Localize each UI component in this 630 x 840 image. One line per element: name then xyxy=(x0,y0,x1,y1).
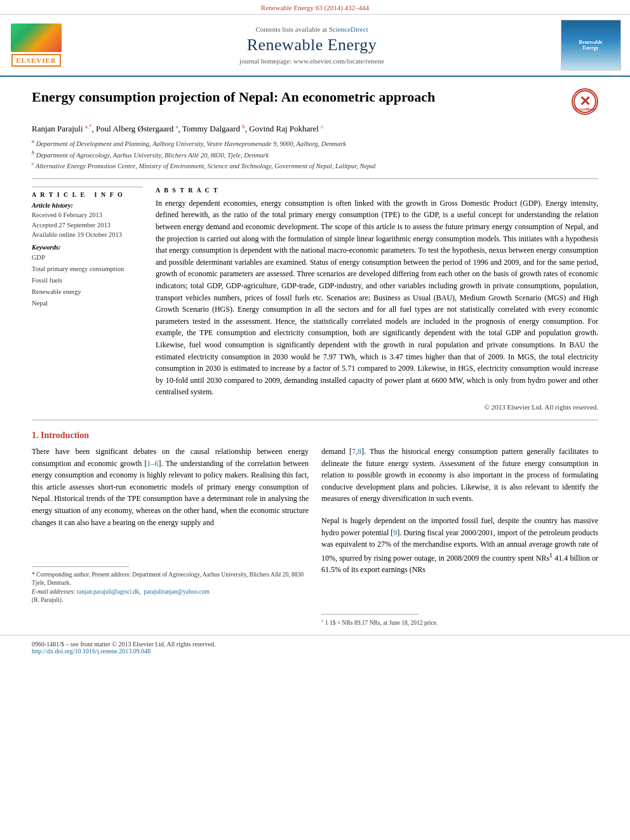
crossmark-badge[interactable]: ✕ CrossMark xyxy=(572,88,598,115)
bottom-bar: 0960-1481/$ – see front matter © 2013 El… xyxy=(0,635,630,660)
info-abstract-section: A R T I C L E I N F O Article history: R… xyxy=(32,187,598,411)
ref1-6-link[interactable]: 1–6 xyxy=(147,459,159,468)
footnote1-text: 1 1 1$ = NRs 89.17 NRs, at June 18, 2012… xyxy=(321,618,598,627)
crossmark-icon: ✕ CrossMark xyxy=(572,88,598,115)
body-text-right-2: Nepal is hugely dependent on the importe… xyxy=(321,515,598,576)
accepted-date: Accepted 27 September 2013 xyxy=(32,220,143,230)
section-divider xyxy=(32,178,598,179)
issn-line: 0960-1481/$ – see front matter © 2013 El… xyxy=(32,641,598,648)
footnote-divider-right xyxy=(321,614,419,615)
re-logo-text: RenewableEnergy xyxy=(579,39,602,51)
body-text-right: demand [7,8]. Thus the historical energy… xyxy=(321,446,598,505)
renewable-energy-logo: RenewableEnergy xyxy=(561,20,621,70)
abstract-section: A B S T R A C T In energy dependent econ… xyxy=(156,187,598,411)
keywords-list: GDPTotal primary energy consumptionFossi… xyxy=(32,252,143,309)
elsevier-logo-section: ELSEVIER xyxy=(8,20,65,70)
body-col-right: demand [7,8]. Thus the historical energy… xyxy=(321,446,598,627)
received-date: Received 6 February 2013 xyxy=(32,210,143,220)
abstract-label: A B S T R A C T xyxy=(156,187,598,194)
available-date: Available online 19 October 2013 xyxy=(32,230,143,240)
sciencedirect-link[interactable]: ScienceDirect xyxy=(329,25,368,33)
journal-homepage: journal homepage: www.elsevier.com/locat… xyxy=(239,57,384,65)
history-label: Article history: xyxy=(32,202,143,209)
article-info-col: A R T I C L E I N F O Article history: R… xyxy=(32,187,143,411)
main-content: Energy consumption projection of Nepal: … xyxy=(0,77,630,411)
copyright-line: © 2013 Elsevier Ltd. All rights reserved… xyxy=(156,403,598,411)
doi-line: http://dx.doi.org/10.1016/j.renene.2013.… xyxy=(32,648,598,655)
article-title: Energy consumption projection of Nepal: … xyxy=(32,88,565,107)
elsevier-image xyxy=(11,23,62,52)
keywords-label: Keywords: xyxy=(32,244,143,251)
footnote-name: (R. Parajuli). xyxy=(32,596,309,604)
email2-link[interactable]: parajuliranjan@yahoo.com xyxy=(144,589,209,595)
footnote-email: E-mail addresses: ranjan.parajuli@agrsci… xyxy=(32,588,309,596)
abstract-text: In energy dependent economies, energy co… xyxy=(156,197,598,398)
affiliations: a Department of Development and Planning… xyxy=(32,138,598,171)
journal-header: ELSEVIER Contents lists available at Sci… xyxy=(0,15,630,77)
abstract-col: A B S T R A C T In energy dependent econ… xyxy=(156,187,598,411)
svg-text:CrossMark: CrossMark xyxy=(575,107,595,111)
authors-line: Ranjan Parajuli a,*, Poul Alberg Østerga… xyxy=(32,123,598,134)
crossmark-svg: ✕ CrossMark xyxy=(573,90,597,114)
body-col-left: There have been significant debates on t… xyxy=(32,446,309,627)
footnote-divider xyxy=(32,566,129,567)
journal-logo-right: RenewableEnergy xyxy=(559,20,622,70)
ref9-link[interactable]: 9 xyxy=(393,528,397,537)
doi-link[interactable]: http://dx.doi.org/10.1016/j.renene.2013.… xyxy=(32,648,151,655)
elsevier-box: ELSEVIER xyxy=(11,23,62,67)
body-text-left: There have been significant debates on t… xyxy=(32,446,309,528)
contents-list-line: Contents lists available at ScienceDirec… xyxy=(255,25,368,33)
article-info-label: A R T I C L E I N F O xyxy=(32,191,143,198)
email1-link[interactable]: ranjan.parajuli@agrsci.dk xyxy=(77,589,139,595)
footnotes-right: 1 1 1$ = NRs 89.17 NRs, at June 18, 2012… xyxy=(321,614,598,627)
elsevier-wordmark: ELSEVIER xyxy=(11,54,61,67)
footnote-star: * Corresponding author. Present address:… xyxy=(32,571,309,588)
section1-heading: 1. Introduction xyxy=(32,430,598,441)
article-info-box: A R T I C L E I N F O Article history: R… xyxy=(32,187,143,309)
journal-title: Renewable Energy xyxy=(247,36,377,55)
body-two-col: There have been significant debates on t… xyxy=(32,446,598,627)
body-section: 1. Introduction There have been signific… xyxy=(0,420,630,627)
journal-citation: Renewable Energy 63 (2014) 432–444 xyxy=(0,0,630,15)
journal-info-center: Contents lists available at ScienceDirec… xyxy=(71,20,553,70)
footnotes-left: * Corresponding author. Present address:… xyxy=(32,566,309,604)
ref7-8-link[interactable]: 7,8 xyxy=(352,447,361,456)
